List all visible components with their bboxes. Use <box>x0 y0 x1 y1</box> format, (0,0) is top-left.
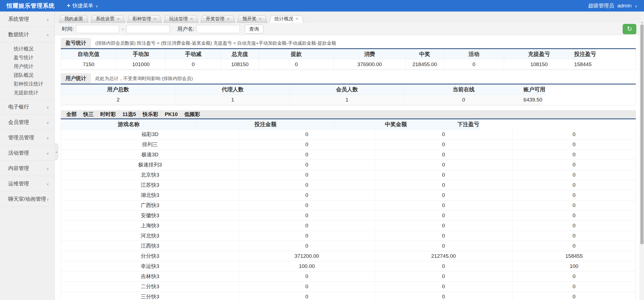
username-input[interactable] <box>197 25 240 33</box>
game-table-row: 极速3D 0 0 0 <box>61 150 636 160</box>
time-to-input[interactable] <box>127 25 170 33</box>
table-cell: 376900.00 <box>334 59 406 70</box>
users-section-note: 此处为总计，不受查询时间影响 (排除内部会员) <box>95 75 193 84</box>
user-menu[interactable]: 超级管理员 admin <box>588 2 637 9</box>
sidebar-item[interactable]: 充提款统计 <box>0 88 54 97</box>
chevron-icon <box>46 196 49 202</box>
window-tab[interactable]: 我的桌面 <box>59 15 88 23</box>
table-header-cell: 账户可用 <box>524 84 545 95</box>
time-label: 时间: <box>62 26 74 33</box>
sidebar-item[interactable]: 活动管理 <box>0 145 54 161</box>
game-name-cell: 江西快3 <box>61 241 239 251</box>
profit-cell: 0 <box>513 211 636 221</box>
sidebar-item[interactable]: 聊天室/动画管理 <box>0 191 54 207</box>
window-tab[interactable]: 预开奖 <box>237 15 267 23</box>
window-tab[interactable]: 开奖管理 <box>200 15 235 23</box>
quick-menu-button[interactable]: 快捷菜单 <box>67 2 98 9</box>
bet-amount-cell: 0 <box>239 160 375 170</box>
sidebar-item-label: 彩种投注统计 <box>14 81 43 87</box>
sidebar-item[interactable]: 数据统计 <box>0 27 54 42</box>
sidebar-item[interactable]: 系统管理 <box>0 12 54 27</box>
game-table-row: 二分快3 0 0 0 <box>61 282 636 292</box>
tab-close-icon[interactable] <box>227 16 230 22</box>
scroll-up-button[interactable] <box>640 19 644 24</box>
window-tab[interactable]: 彩种管理 <box>127 15 162 23</box>
sidebar-item[interactable]: 团队概况 <box>0 71 54 80</box>
game-category-tab[interactable]: 时时彩 <box>97 111 119 118</box>
tab-close-icon[interactable] <box>296 16 298 22</box>
bet-amount-cell: 0 <box>239 140 375 150</box>
sidebar-menu: 系统管理 数据统计 统计概况 盈亏统计 <box>0 12 54 207</box>
sidebar-item-label: 充提款统计 <box>14 89 38 96</box>
table-cell: 158445 <box>574 59 591 70</box>
table-header-cell: 手动加 <box>116 49 166 59</box>
sidebar-item[interactable]: 会员管理 <box>0 115 54 130</box>
sidebar-item[interactable]: 运维管理 <box>0 176 54 191</box>
bet-amount-cell: 0 <box>239 129 375 140</box>
tab-close-icon[interactable] <box>154 16 156 22</box>
sidebar-item[interactable]: 彩种投注统计 <box>0 80 54 88</box>
bet-amount-cell: 0 <box>239 170 375 180</box>
win-amount-cell: 0 <box>375 129 513 140</box>
table-header-row: 用户总数代理人数会员人数当前在线账户可用 <box>61 84 636 95</box>
table-header-cell: 中奖 <box>406 49 444 59</box>
game-category-tab[interactable]: 低频彩 <box>181 111 203 118</box>
time-from-input[interactable] <box>76 25 119 33</box>
tab-label: 预开奖 <box>243 16 257 22</box>
game-name-cell: 吉林快3 <box>61 271 239 282</box>
game-category-tab[interactable]: 全部 <box>63 111 80 118</box>
refresh-button[interactable] <box>623 24 636 34</box>
window-tab[interactable]: 统计概况 <box>269 15 304 23</box>
search-button[interactable]: 查询 <box>245 25 263 33</box>
sidebar-item[interactable]: 用户统计 <box>0 62 54 71</box>
bet-amount-cell: 0 <box>239 180 375 190</box>
game-table-row: 福彩3D 0 0 0 <box>61 129 636 140</box>
table-cell: 2 <box>61 95 176 105</box>
sidebar-item[interactable]: 统计概况 <box>0 44 54 53</box>
table-cell: 1 <box>176 95 291 105</box>
chevron-icon <box>46 181 49 187</box>
sidebar-item[interactable]: 电子银行 <box>0 99 54 115</box>
game-category-tab[interactable]: 11选5 <box>119 111 139 118</box>
table-cell: 108150 <box>504 59 574 70</box>
table-header-cell: 充提盈亏 <box>504 49 574 59</box>
up-arrow-icon <box>641 19 643 24</box>
sidebar-item[interactable]: 内容管理 <box>0 161 54 176</box>
table-header-cell: 消费 <box>334 49 406 59</box>
sidebar-item[interactable]: 盈亏统计 <box>0 53 54 62</box>
tab-close-icon[interactable] <box>259 16 262 22</box>
profit-cell: 158455 <box>513 251 636 261</box>
chevron-icon <box>46 150 49 156</box>
bet-amount-cell: 0 <box>239 241 375 251</box>
sidebar-collapse-handle[interactable] <box>54 143 58 160</box>
tab-close-icon[interactable] <box>117 16 120 22</box>
tab-close-icon[interactable] <box>190 16 193 22</box>
sidebar-item[interactable]: 管理员管理 <box>0 130 54 145</box>
scrollbar[interactable] <box>640 12 644 300</box>
win-amount-cell: 0 <box>375 271 513 282</box>
profit-cell: 0 <box>513 190 636 200</box>
table-cell: 7150 <box>61 59 116 70</box>
sidebar-item-label: 数据统计 <box>8 31 29 38</box>
profit-section-title: 盈亏统计 <box>61 38 91 48</box>
game-category-tab[interactable]: 快乐彩 <box>139 111 162 118</box>
table-cell: 0 <box>166 59 221 70</box>
bet-amount-cell: 0 <box>239 221 375 231</box>
table-cell: 1 <box>290 95 404 105</box>
game-name-cell: 北京快3 <box>61 170 239 180</box>
scrollbar-thumb[interactable] <box>640 25 643 244</box>
window-tab[interactable]: 玩法管理 <box>164 15 199 23</box>
window-tab[interactable]: 系统设置 <box>90 15 125 23</box>
game-name-cell: 广西快3 <box>61 200 239 211</box>
game-name-cell: 湖北快3 <box>61 190 239 200</box>
game-table-row: 分分快3 371200.00 212745.00 158455 <box>61 251 636 261</box>
win-amount-cell: 0 <box>375 140 513 150</box>
table-header-cell: 自动充值 <box>61 49 116 59</box>
chevron-down-icon <box>96 3 98 9</box>
game-category-tab[interactable]: PK10 <box>162 111 181 117</box>
tab-label: 系统设置 <box>96 16 114 22</box>
game-category-tab[interactable]: 快三 <box>80 111 97 118</box>
table-header-cell: 手动减 <box>166 49 221 59</box>
sidebar-item-label: 盈亏统计 <box>14 54 33 61</box>
game-name-cell: 河北快3 <box>61 231 239 241</box>
